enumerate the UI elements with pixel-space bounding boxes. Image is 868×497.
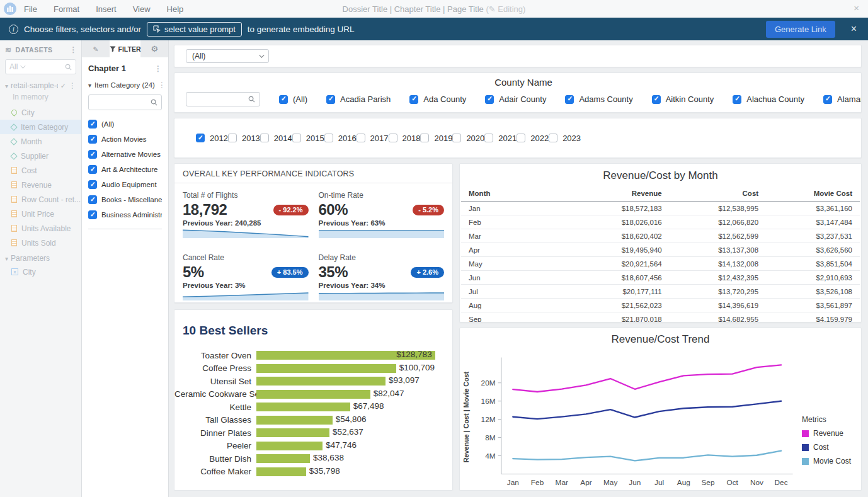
filter-option-books-miscellaneous[interactable]: Books - Miscellaneous <box>88 192 162 207</box>
sidebar-item-city[interactable]: xCity <box>0 265 81 279</box>
legend-item-cost[interactable]: Cost <box>802 443 861 452</box>
checkbox[interactable] <box>88 210 97 219</box>
year-option-2021[interactable]: 2021 <box>484 134 517 143</box>
dataset-menu-icon[interactable]: ⋮ <box>69 81 76 90</box>
checkbox[interactable] <box>260 134 269 142</box>
filter-option-art-architecture[interactable]: Art & Architecture <box>88 162 162 177</box>
sidebar-item-item-category[interactable]: Item Category <box>0 120 81 134</box>
checkbox[interactable] <box>389 134 397 142</box>
checkbox[interactable] <box>409 95 418 104</box>
checkbox[interactable] <box>485 95 494 104</box>
sidebar-item-revenue[interactable]: Revenue <box>0 178 81 192</box>
checkbox[interactable] <box>823 95 832 104</box>
checkbox[interactable] <box>452 134 461 142</box>
bar[interactable]: $100,709 <box>256 364 396 373</box>
sidebar-item-supplier[interactable]: Supplier <box>0 149 81 163</box>
year-option-2023[interactable]: 2023 <box>549 134 581 143</box>
year-option-2022[interactable]: 2022 <box>517 134 549 143</box>
chapter-menu-icon[interactable]: ⋮ <box>154 64 162 73</box>
banner-close-icon[interactable]: × <box>851 23 857 35</box>
series-movie-cost[interactable] <box>513 451 781 461</box>
legend-item-movie-cost[interactable]: Movie Cost <box>802 457 861 466</box>
trend-line-chart[interactable]: 4M8M12M16M20MJanFebMarAprMayJunJulAugSep… <box>460 347 802 491</box>
bar[interactable]: $128,783 <box>256 351 435 360</box>
sidebar-item-units-available[interactable]: Units Available <box>0 221 81 236</box>
county-option-alachua-county[interactable]: Alachua County <box>733 94 804 104</box>
caret-down-icon[interactable]: ▾ <box>88 82 91 89</box>
filter-option-business-administration[interactable]: Business Administration <box>88 207 162 222</box>
series-revenue[interactable] <box>513 365 781 392</box>
sidebar-item-month[interactable]: Month <box>0 134 81 149</box>
filter-search-input[interactable] <box>93 99 146 106</box>
filter-option-action-movies[interactable]: Action Movies <box>88 132 162 147</box>
datasets-menu-icon[interactable]: ⋮ <box>70 45 78 54</box>
filter-option-all[interactable]: (All) <box>88 117 162 132</box>
legend-item-revenue[interactable]: Revenue <box>802 429 861 438</box>
series-cost[interactable] <box>513 401 781 419</box>
checkbox[interactable] <box>549 134 557 142</box>
attribute-dropdown[interactable]: (All) <box>186 49 269 63</box>
year-option-2017[interactable]: 2017 <box>357 134 389 143</box>
year-option-2018[interactable]: 2018 <box>389 134 421 143</box>
county-option-adair-county[interactable]: Adair County <box>485 94 546 104</box>
caret-down-icon[interactable]: ▾ <box>5 83 8 89</box>
checkbox[interactable] <box>324 134 333 142</box>
dataset-root[interactable]: ▾ retail-sample-d... ✓ ⋮ <box>0 79 81 92</box>
checkbox[interactable] <box>88 165 97 174</box>
checkbox[interactable] <box>228 134 237 142</box>
window-close-icon[interactable]: × <box>854 3 859 13</box>
checkbox[interactable] <box>484 134 493 142</box>
bar[interactable]: $38,638 <box>256 454 310 463</box>
sidebar-item-unit-price[interactable]: Unit Price <box>0 207 81 221</box>
filter-group-header[interactable]: ▾ Item Category (24) ⋮ <box>82 78 168 94</box>
generate-link-button[interactable]: Generate Link <box>766 21 835 38</box>
sidebar-item-cost[interactable]: Cost <box>0 163 81 178</box>
menu-item-file[interactable]: File <box>24 4 37 14</box>
checkbox[interactable] <box>292 134 301 142</box>
checkbox[interactable] <box>420 134 429 142</box>
checkbox[interactable] <box>196 134 205 142</box>
filter-option-alternative-movies[interactable]: Alternative Movies <box>88 147 162 162</box>
datasets-search[interactable]: All <box>5 59 76 74</box>
county-option-acadia-parish[interactable]: Acadia Parish <box>326 94 391 104</box>
bar[interactable]: $93,097 <box>256 377 385 386</box>
checkbox[interactable] <box>357 134 365 142</box>
checkbox[interactable] <box>326 95 335 104</box>
county-option-alamance-county[interactable]: Alamance County <box>823 94 861 104</box>
tab-edit[interactable]: ✎ <box>82 40 110 57</box>
sidebar-item-units-sold[interactable]: Units Sold <box>0 236 81 250</box>
bar[interactable]: $47,746 <box>256 442 323 450</box>
year-option-2014[interactable]: 2014 <box>260 134 292 143</box>
bar[interactable]: $67,498 <box>256 403 350 411</box>
select-value-prompt-button[interactable]: select value prompt <box>147 22 242 37</box>
menu-item-view[interactable]: View <box>133 4 151 14</box>
menu-item-format[interactable]: Format <box>54 4 79 14</box>
sidebar-item-row-count-ret[interactable]: Row Count - ret... <box>0 192 81 207</box>
filter-group-menu-icon[interactable]: ⋮ <box>158 81 166 89</box>
filter-option-audio-equipment[interactable]: Audio Equipment <box>88 177 162 192</box>
tab-filter[interactable]: FILTER <box>110 40 141 57</box>
menu-item-help[interactable]: Help <box>167 4 184 14</box>
county-option-adams-county[interactable]: Adams County <box>565 94 632 104</box>
checkbox[interactable] <box>517 134 525 142</box>
bar[interactable]: $52,637 <box>256 428 329 437</box>
year-option-2012[interactable]: 2012 <box>196 134 228 143</box>
tab-settings[interactable]: ⚙ <box>140 40 168 57</box>
bar[interactable]: $82,047 <box>256 390 370 399</box>
bar[interactable]: $54,806 <box>256 416 333 425</box>
checkbox[interactable] <box>88 180 97 189</box>
checkbox[interactable] <box>88 120 97 129</box>
checkbox[interactable] <box>279 95 288 104</box>
checkbox[interactable] <box>733 95 741 104</box>
year-option-2016[interactable]: 2016 <box>324 134 357 143</box>
year-option-2013[interactable]: 2013 <box>228 134 260 143</box>
county-option-ada-county[interactable]: Ada County <box>409 94 466 104</box>
checkbox[interactable] <box>652 95 661 104</box>
year-option-2020[interactable]: 2020 <box>452 134 484 143</box>
menu-item-insert[interactable]: Insert <box>96 4 117 14</box>
checkbox[interactable] <box>88 195 97 204</box>
checkbox[interactable] <box>565 95 574 104</box>
caret-down-icon[interactable]: ▾ <box>5 255 8 262</box>
bar[interactable]: $35,798 <box>256 467 306 476</box>
county-search-input[interactable] <box>191 95 241 104</box>
